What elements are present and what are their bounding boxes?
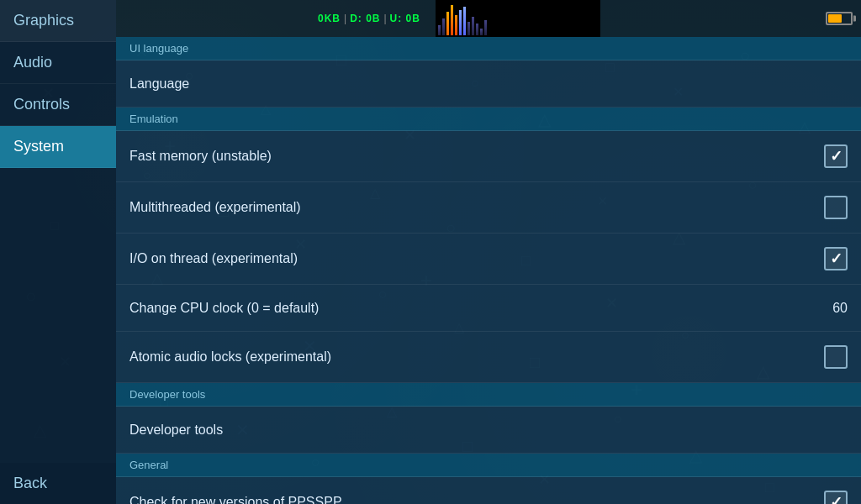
waveform-bar [451, 5, 453, 35]
waveform-bar [463, 7, 466, 35]
sidebar-item-system[interactable]: System [0, 126, 116, 168]
section-header-developer: Developer tools [116, 383, 861, 407]
waveform-bar [472, 17, 474, 35]
sidebar-spacer [0, 168, 116, 463]
setting-row-cpu-clock[interactable]: Change CPU clock (0 = default) 60 [116, 285, 861, 332]
waveform-bar [480, 29, 483, 35]
setting-row-atomic-audio[interactable]: Atomic audio locks (experimental) [116, 332, 861, 383]
waveform-bar [438, 25, 441, 35]
sidebar-item-controls[interactable]: Controls [0, 84, 116, 126]
checkbox-multithreaded[interactable] [824, 196, 848, 219]
value-cpu-clock: 60 [832, 301, 848, 316]
setting-label-io-thread: I/O on thread (experimental) [129, 251, 298, 266]
sidebar-item-graphics[interactable]: Graphics [0, 0, 116, 42]
setting-row-io-thread[interactable]: I/O on thread (experimental) [116, 234, 861, 285]
setting-label-cpu-clock: Change CPU clock (0 = default) [129, 301, 319, 316]
stats-d: D: 0B [350, 13, 380, 24]
waveform-bar [442, 18, 445, 35]
header-stats: 0KB | D: 0B | U: 0B [318, 0, 420, 37]
setting-row-check-updates[interactable]: Check for new versions of PPSSPP [116, 477, 861, 504]
checkbox-io-thread[interactable] [824, 247, 848, 270]
sidebar-item-audio[interactable]: Audio [0, 42, 116, 84]
waveform-bar [476, 24, 478, 35]
waveform-display [436, 0, 600, 37]
waveform-bar [455, 15, 457, 35]
setting-label-developer-tools: Developer tools [129, 423, 223, 438]
setting-row-multithreaded[interactable]: Multithreaded (experimental) [116, 182, 861, 234]
stats-u: U: 0B [390, 13, 420, 24]
section-header-general: General [116, 454, 861, 477]
waveform-bar [446, 12, 449, 35]
checkbox-fast-memory[interactable] [824, 144, 848, 168]
setting-row-developer-tools[interactable]: Developer tools [116, 407, 861, 454]
stats-sep2: | [383, 13, 386, 24]
setting-label-language: Language [129, 76, 189, 92]
setting-label-check-updates: Check for new versions of PPSSPP [129, 495, 342, 504]
section-header-emulation: Emulation [116, 108, 861, 131]
sidebar: Graphics Audio Controls System Back [0, 0, 116, 504]
settings-content[interactable]: UI language Language Emulation Fast memo… [116, 37, 861, 504]
stats-sep1: | [344, 13, 346, 24]
header-bar: 0KB | D: 0B | U: 0B [116, 0, 861, 37]
section-header-ui: UI language [116, 37, 861, 60]
waveform-bar [467, 22, 470, 35]
checkbox-atomic-audio[interactable] [824, 345, 848, 369]
setting-label-multithreaded: Multithreaded (experimental) [129, 200, 301, 215]
back-button[interactable]: Back [0, 463, 116, 504]
battery-fill [828, 14, 842, 23]
setting-label-fast-memory: Fast memory (unstable) [129, 149, 272, 164]
setting-row-fast-memory[interactable]: Fast memory (unstable) [116, 131, 861, 182]
battery-icon [826, 12, 853, 25]
stats-kb: 0KB [318, 13, 341, 24]
setting-row-language[interactable]: Language [116, 60, 861, 108]
checkbox-check-updates[interactable] [824, 491, 848, 504]
waveform-bar [484, 20, 487, 35]
setting-label-atomic-audio: Atomic audio locks (experimental) [129, 349, 331, 365]
waveform-bar [459, 10, 462, 35]
